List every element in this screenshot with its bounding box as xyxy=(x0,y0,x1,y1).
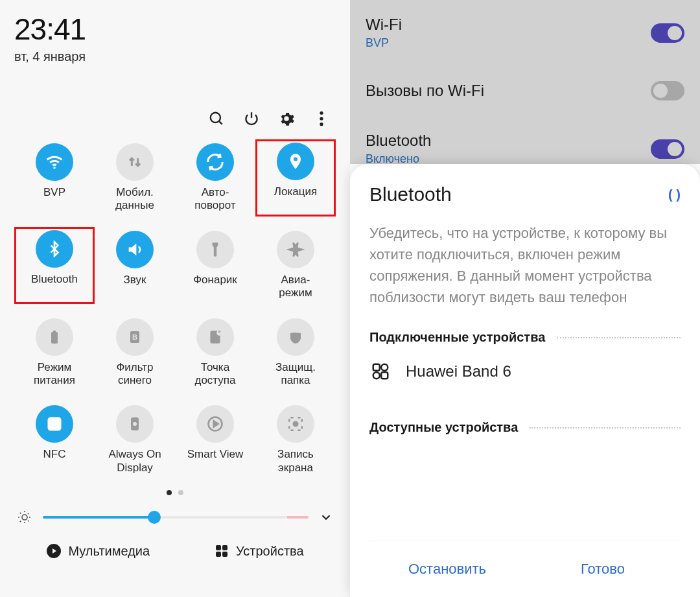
record-icon[interactable] xyxy=(277,405,314,443)
settings-panel: Wi-Fi BVP Вызовы по Wi-Fi Bluetooth Вклю… xyxy=(350,0,700,597)
chevron-down-icon[interactable] xyxy=(319,510,333,524)
bluetooth-sheet: Bluetooth ( ) Убедитесь, что на устройст… xyxy=(350,164,700,597)
sound-icon[interactable] xyxy=(116,231,154,268)
paired-header: Подключенные устройства xyxy=(369,330,681,345)
qs-tile-label: Звук xyxy=(124,274,146,287)
bluelight-icon[interactable]: B xyxy=(116,318,154,356)
svg-rect-6 xyxy=(51,332,58,344)
paired-label: Подключенные устройства xyxy=(369,330,545,345)
flashlight-icon[interactable] xyxy=(196,231,234,268)
quick-settings-panel: 23:41 вт, 4 января BVPМобил.данныеАвто-п… xyxy=(0,0,350,597)
svg-rect-36 xyxy=(381,372,388,379)
svg-point-35 xyxy=(373,372,380,379)
watch-icon xyxy=(371,362,390,381)
battery-icon[interactable] xyxy=(36,318,73,356)
qs-tile-aod[interactable]: Always OnDisplay xyxy=(95,401,175,478)
svg-point-0 xyxy=(211,113,220,123)
device-row[interactable]: Huawei Band 6 xyxy=(369,345,681,398)
search-icon[interactable] xyxy=(207,110,226,128)
brightness-track[interactable] xyxy=(43,516,309,519)
securefolder-icon[interactable] xyxy=(277,318,314,356)
loading-icon: ( ) xyxy=(668,187,681,202)
brightness-slider[interactable] xyxy=(14,509,336,525)
divider-dots xyxy=(530,427,681,428)
available-header: Доступные устройства xyxy=(369,420,681,435)
qs-tile-label: Режимпитания xyxy=(34,361,75,388)
qs-tile-sound[interactable]: Звук xyxy=(95,227,175,304)
settings-icon[interactable] xyxy=(277,110,296,128)
page-dot xyxy=(178,490,183,495)
qs-tile-bluetooth[interactable]: Bluetooth xyxy=(14,227,95,304)
qs-tile-label: Точкадоступа xyxy=(194,361,235,388)
qs-tile-label: Локация xyxy=(274,185,317,198)
sheet-title: Bluetooth xyxy=(369,183,452,205)
multimedia-label: Мультимедиа xyxy=(68,544,150,559)
svg-rect-7 xyxy=(53,331,56,332)
rotate-icon[interactable] xyxy=(196,143,234,181)
qs-tile-airplane[interactable]: Авиа-режим xyxy=(255,227,336,304)
nfc-icon[interactable] xyxy=(36,405,73,443)
qs-tile-battery[interactable]: Режимпитания xyxy=(14,314,95,392)
svg-point-34 xyxy=(381,364,388,371)
svg-rect-31 xyxy=(216,552,221,557)
svg-line-25 xyxy=(20,521,21,522)
svg-point-17 xyxy=(294,422,298,427)
power-icon[interactable] xyxy=(242,110,261,128)
svg-line-1 xyxy=(219,121,222,124)
qs-actions xyxy=(14,110,336,128)
stop-button[interactable]: Остановить xyxy=(369,541,525,597)
sheet-actions: Остановить Готово xyxy=(369,541,681,597)
multimedia-button[interactable]: Мультимедиа xyxy=(46,543,150,559)
svg-text:B: B xyxy=(132,333,137,341)
svg-line-24 xyxy=(28,521,29,522)
qs-tile-nfc[interactable]: NFC xyxy=(14,401,95,478)
qs-tile-label: Bluetooth xyxy=(31,273,78,286)
qs-tile-bluelight[interactable]: BФильтрсинего xyxy=(95,314,175,392)
svg-point-5 xyxy=(53,167,56,169)
brightness-thumb[interactable] xyxy=(148,511,161,524)
qs-tile-rotate[interactable]: Авто-поворот xyxy=(175,139,255,217)
qs-tile-securefolder[interactable]: Защищ.папка xyxy=(255,314,336,392)
brightness-icon xyxy=(17,509,32,525)
svg-rect-32 xyxy=(222,552,228,557)
svg-point-3 xyxy=(320,117,323,120)
page-dot xyxy=(167,490,172,495)
more-icon[interactable] xyxy=(312,110,331,128)
svg-point-4 xyxy=(320,123,323,126)
qs-tile-label: Авиа-режим xyxy=(279,274,312,300)
hotspot-icon[interactable] xyxy=(196,318,234,356)
qs-tile-location[interactable]: Локация xyxy=(255,139,336,217)
qs-tile-hotspot[interactable]: Точкадоступа xyxy=(175,314,255,392)
qs-tile-label: Always OnDisplay xyxy=(108,448,161,474)
qs-tile-label: Smart View xyxy=(187,448,244,461)
qs-tiles-grid: BVPМобил.данныеАвто-поворотЛокацияBlueto… xyxy=(14,139,336,478)
qs-tile-label: Фонарик xyxy=(193,274,237,287)
svg-point-14 xyxy=(133,422,137,426)
done-button[interactable]: Готово xyxy=(525,541,681,597)
location-icon[interactable] xyxy=(277,143,314,180)
qs-bottom-row: Мультимедиа Устройства xyxy=(14,543,336,559)
devices-button[interactable]: Устройства xyxy=(214,543,304,559)
qs-tile-data[interactable]: Мобил.данные xyxy=(95,139,175,217)
qs-tile-label: BVP xyxy=(43,186,65,199)
devices-label: Устройства xyxy=(236,544,304,559)
qs-tile-label: NFC xyxy=(43,448,66,461)
qs-tile-record[interactable]: Записьэкрана xyxy=(255,401,336,478)
qs-tile-label: Записьэкрана xyxy=(277,448,314,474)
aod-icon[interactable] xyxy=(116,405,154,443)
bluetooth-icon[interactable] xyxy=(36,230,73,268)
qs-tile-label: Защищ.папка xyxy=(275,361,316,388)
sheet-description: Убедитесь, что на устройстве, к которому… xyxy=(369,222,681,308)
wifi-icon[interactable] xyxy=(36,143,73,181)
svg-rect-30 xyxy=(222,545,228,550)
smartview-icon[interactable] xyxy=(196,405,234,443)
qs-tile-smartview[interactable]: Smart View xyxy=(175,401,255,478)
page-indicator xyxy=(14,490,336,495)
data-icon[interactable] xyxy=(116,143,154,181)
qs-tile-label: Авто-поворот xyxy=(194,186,235,213)
svg-point-18 xyxy=(22,515,27,520)
qs-tile-wifi[interactable]: BVP xyxy=(14,139,95,217)
airplane-icon[interactable] xyxy=(277,231,314,268)
qs-tile-flashlight[interactable]: Фонарик xyxy=(175,227,255,304)
svg-rect-33 xyxy=(373,364,380,371)
